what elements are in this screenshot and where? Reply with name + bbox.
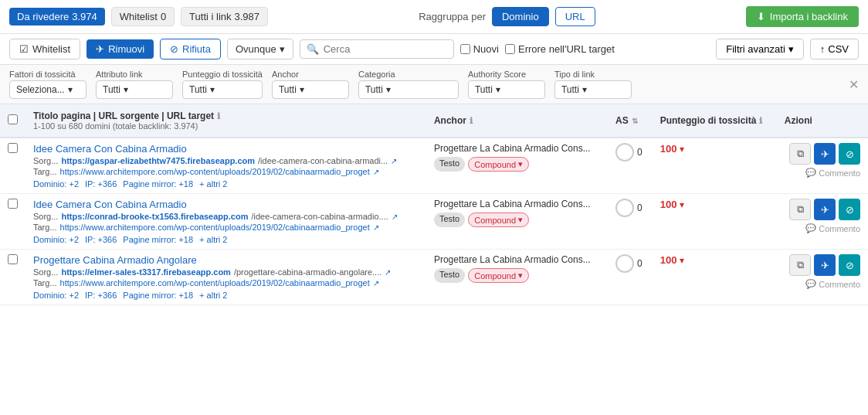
filter-punteggio-select[interactable]: Tutti ▾: [182, 80, 263, 99]
sorgente-ext-icon-1[interactable]: ↗: [392, 213, 398, 221]
errore-checkbox-label[interactable]: Errore nell'URL target: [505, 43, 615, 55]
target-url-2[interactable]: https://www.architempore.com/wp-content/…: [60, 278, 370, 287]
search-box[interactable]: 🔍: [300, 39, 454, 59]
sorgente-ext-icon-2[interactable]: ↗: [385, 268, 391, 277]
filter-attributo-value: Tutti: [103, 84, 120, 95]
filter-tipo-link-select[interactable]: Tutti ▾: [554, 80, 632, 99]
select-all-checkbox[interactable]: [8, 114, 18, 124]
target-ext-icon-0[interactable]: ↗: [373, 168, 379, 176]
action-send-btn-2[interactable]: ✈: [814, 254, 836, 276]
row-anchor-cell-0: Progettare La Cabina Armadio Cons... Tes…: [426, 138, 608, 194]
row-dominio-2[interactable]: Dominio: +2: [33, 291, 79, 300]
filter-tipo-link-chevron: ▾: [582, 84, 587, 95]
whitelist-icon: ☑: [19, 43, 29, 55]
filter-authority-value: Tutti: [475, 84, 493, 95]
punteggio-chevron-1[interactable]: ▾: [680, 199, 684, 210]
target-url-0[interactable]: https://www.architempore.com/wp-content/…: [60, 167, 370, 176]
group-dominio-btn[interactable]: Dominio: [492, 7, 549, 26]
target-ext-icon-1[interactable]: ↗: [373, 223, 379, 232]
whitelist-btn[interactable]: ☑ Whitelist: [9, 39, 80, 60]
tab-tutti-link[interactable]: Tutti i link 3.987: [181, 7, 268, 26]
row-punteggio-cell-1: 100 ▾: [653, 194, 777, 250]
action-bar: ☑ Whitelist ✈ Rimuovi ⊘ Rifiuta Ovunque …: [0, 34, 868, 65]
commento-link-2[interactable]: 💬 Commento: [805, 279, 860, 289]
row-ip-0[interactable]: IP: +366: [85, 179, 117, 189]
filter-tossicita-select[interactable]: Seleziona... ▾: [9, 80, 86, 99]
header-azioni-label: Azioni: [785, 115, 812, 126]
row-pagine-2[interactable]: Pagine mirror: +18: [123, 291, 193, 300]
target-url-1[interactable]: https://www.architempore.com/wp-content/…: [60, 223, 370, 232]
row-title-link-2[interactable]: Progettare Cabina Armadio Angolare: [33, 254, 197, 266]
filter-attributo-select[interactable]: Tutti ▾: [96, 80, 173, 99]
filter-authority-chevron: ▾: [496, 84, 500, 95]
punteggio-chevron-2[interactable]: ▾: [680, 255, 684, 266]
row-title-cell-2: Progettare Cabina Armadio Angolare Sorg.…: [25, 250, 426, 305]
header-as[interactable]: AS ⇅: [608, 104, 653, 138]
action-copy-btn-1[interactable]: ⧉: [789, 199, 811, 220]
as-score-2: 0: [637, 258, 643, 269]
import-backlink-btn[interactable]: ⬇ Importa i backlink: [746, 6, 859, 27]
search-input[interactable]: [324, 43, 447, 55]
rifiuta-btn[interactable]: ⊘ Rifiuta: [160, 39, 221, 60]
row-ip-2[interactable]: IP: +366: [85, 291, 117, 300]
sorgente-url-bold-1[interactable]: https://conrad-brooke-tx1563.firebaseapp…: [61, 212, 248, 221]
row-altri-2[interactable]: + altri 2: [199, 291, 227, 300]
filter-close-btn[interactable]: ✕: [849, 77, 859, 92]
tag-compound-1[interactable]: Compound ▾: [468, 213, 529, 227]
row-dominio-1[interactable]: Dominio: +2: [33, 235, 79, 244]
sorgente-ext-icon-0[interactable]: ↗: [391, 157, 397, 165]
row-checkbox-1[interactable]: [8, 199, 18, 209]
filter-tipo-link-label: Tipo di link: [554, 70, 632, 79]
nuovi-checkbox-label[interactable]: Nuovi: [460, 43, 499, 55]
tag-compound-2[interactable]: Compound ▾: [468, 268, 529, 283]
group-url-btn[interactable]: URL: [555, 7, 595, 26]
rimuovi-label: Rimuovi: [108, 43, 144, 55]
commento-link-1[interactable]: 💬 Commento: [805, 223, 860, 233]
action-block-btn-2[interactable]: ⊘: [839, 254, 860, 276]
table-row: Progettare Cabina Armadio Angolare Sorg.…: [0, 250, 868, 305]
filter-anchor-chevron: ▾: [300, 84, 304, 95]
action-block-btn-1[interactable]: ⊘: [839, 199, 860, 220]
row-punteggio-cell-0: 100 ▾: [653, 138, 777, 194]
filter-anchor-select[interactable]: Tutti ▾: [272, 80, 349, 99]
row-dominio-0[interactable]: Dominio: +2: [33, 179, 79, 189]
commento-link-0[interactable]: 💬 Commento: [805, 168, 860, 178]
row-pagine-1[interactable]: Pagine mirror: +18: [123, 235, 193, 244]
row-altri-0[interactable]: + altri 2: [199, 179, 227, 189]
filter-authority-select[interactable]: Tutti ▾: [468, 80, 545, 99]
target-ext-icon-2[interactable]: ↗: [373, 279, 379, 287]
rimuovi-btn[interactable]: ✈ Rimuovi: [86, 39, 154, 59]
row-altri-1[interactable]: + altri 2: [199, 235, 227, 244]
filter-punteggio-chevron: ▾: [210, 84, 215, 95]
action-copy-btn-0[interactable]: ⧉: [789, 143, 811, 165]
action-send-btn-0[interactable]: ✈: [814, 143, 836, 165]
row-title-link-1[interactable]: Idee Camera Con Cabina Armadio: [33, 199, 187, 210]
csv-btn[interactable]: ↑ CSV: [810, 39, 859, 60]
filtri-avanzati-btn[interactable]: Filtri avanzati ▾: [716, 39, 804, 60]
row-sorgente-line-0: Sorg... https://gaspar-elizabethtw7475.f…: [33, 156, 419, 165]
tab-da-rivedere[interactable]: Da rivedere 3.974: [9, 8, 105, 26]
tab-whitelist[interactable]: Whitelist 0: [111, 7, 175, 26]
ovunque-dropdown[interactable]: Ovunque ▾: [227, 39, 293, 60]
tab-da-rivedere-label: Da rivedere: [17, 11, 69, 22]
tag-compound-0[interactable]: Compound ▾: [468, 157, 529, 172]
row-punteggio-cell-2: 100 ▾: [653, 250, 777, 305]
sorgente-label-0: Sorg...: [33, 156, 58, 165]
action-block-btn-0[interactable]: ⊘: [839, 143, 860, 165]
filter-categoria-select[interactable]: Tutti ▾: [358, 80, 459, 99]
row-target-line-2: Targ... https://www.architempore.com/wp-…: [33, 278, 419, 287]
sorgente-url-bold-0[interactable]: https://gaspar-elizabethtw7475.firebasea…: [61, 156, 255, 165]
tag-testo-2: Testo: [434, 268, 465, 283]
row-title-link-0[interactable]: Idee Camera Con Cabina Armadio: [33, 143, 187, 155]
errore-checkbox[interactable]: [505, 44, 515, 54]
row-anchor-cell-2: Progettare La Cabina Armadio Cons... Tes…: [426, 250, 608, 305]
punteggio-chevron-0[interactable]: ▾: [680, 144, 684, 155]
sorgente-url-bold-2[interactable]: https://elmer-sales-t3317.firebaseapp.co…: [61, 267, 230, 277]
action-copy-btn-2[interactable]: ⧉: [789, 254, 811, 276]
nuovi-checkbox[interactable]: [460, 44, 470, 54]
row-pagine-0[interactable]: Pagine mirror: +18: [123, 179, 193, 189]
row-ip-1[interactable]: IP: +366: [85, 235, 117, 244]
row-checkbox-2[interactable]: [8, 254, 18, 264]
row-checkbox-0[interactable]: [8, 143, 18, 153]
action-send-btn-1[interactable]: ✈: [814, 199, 836, 220]
